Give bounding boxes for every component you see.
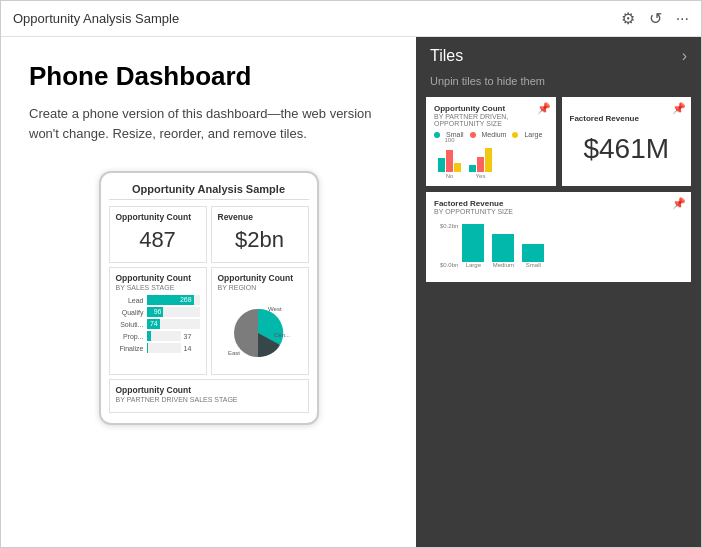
y-axis: $0.2bn $0.0bn xyxy=(440,223,458,268)
phone-region-tile[interactable]: Opportunity Count BY REGION East West xyxy=(211,267,309,375)
bar-container-finalize xyxy=(147,343,181,353)
no-bar-large xyxy=(454,163,461,172)
phone-count-label: Opportunity Count xyxy=(116,212,200,222)
bar-label-finalize: Finalize xyxy=(116,345,144,352)
page-title: Phone Dashboard xyxy=(29,61,388,92)
bar-label-proposal: Prop... xyxy=(116,333,144,340)
tiles-grid: Opportunity Count BY PARTNER DRIVEN, OPP… xyxy=(416,97,701,186)
tile-factored-size[interactable]: Factored Revenue BY OPPORTUNITY SIZE 📌 $… xyxy=(426,192,691,282)
bar-container-proposal xyxy=(147,331,181,341)
bar-small-label: Small xyxy=(526,262,541,268)
top-bar: Opportunity Analysis Sample ⚙ ↺ ··· xyxy=(1,1,701,37)
phone-count-tile[interactable]: Opportunity Count 487 xyxy=(109,206,207,263)
legend-dot-large xyxy=(512,132,518,138)
bar-axis-label-100: 100 xyxy=(444,137,454,143)
no-bar-small xyxy=(438,158,445,172)
more-icon[interactable]: ··· xyxy=(676,10,689,28)
tile-opp-title: Opportunity Count xyxy=(434,104,548,113)
tile-factored-size-sub: BY OPPORTUNITY SIZE xyxy=(434,208,683,215)
pin-icon-2[interactable]: 📌 xyxy=(672,102,686,115)
settings-icon[interactable]: ⚙ xyxy=(621,9,635,28)
tiles-arrow[interactable]: › xyxy=(682,47,687,65)
pin-icon-1[interactable]: 📌 xyxy=(537,102,551,115)
opp-bar-chart: 100 No 100 xyxy=(434,141,548,179)
pie-label-west: West xyxy=(268,306,282,312)
phone-revenue-tile[interactable]: Revenue $2bn xyxy=(211,206,309,263)
main-layout: Phone Dashboard Create a phone version o… xyxy=(1,37,701,548)
bar-large xyxy=(462,224,484,262)
phone-bottom-label: Opportunity Count xyxy=(116,385,302,395)
bar-group-large: Large xyxy=(462,224,484,268)
bar-row-solution: Soluti... 74 xyxy=(116,319,200,329)
bar-fill-lead: 268 xyxy=(147,295,194,305)
tiles-grid-2: Factored Revenue BY OPPORTUNITY SIZE 📌 $… xyxy=(416,186,701,282)
bar-group-no: 100 No xyxy=(438,137,461,179)
bar-row-lead: Lead 268 xyxy=(116,295,200,305)
yes-bar-medium xyxy=(477,157,484,172)
bar-label-solution: Soluti... xyxy=(116,321,144,328)
tile-opp-count-partner[interactable]: Opportunity Count BY PARTNER DRIVEN, OPP… xyxy=(426,97,556,186)
bar-container-qualify: 96 xyxy=(147,307,200,317)
bar-value-solution: 74 xyxy=(150,320,158,327)
phone-region-sub: BY REGION xyxy=(218,284,302,291)
phone-mockup: Opportunity Analysis Sample Opportunity … xyxy=(99,171,319,425)
phone-revenue-label: Revenue xyxy=(218,212,302,222)
bar-value-lead: 268 xyxy=(180,296,192,303)
left-panel: Phone Dashboard Create a phone version o… xyxy=(1,37,416,548)
no-label: No xyxy=(446,173,454,179)
bar-value-proposal: 37 xyxy=(184,333,200,340)
pie-chart: East West Cen... xyxy=(218,295,298,365)
pie-label-east: East xyxy=(228,350,240,356)
phone-bar-label: Opportunity Count xyxy=(116,273,200,283)
bar-medium xyxy=(492,234,514,262)
y-label-bottom: $0.0bn xyxy=(440,262,458,268)
no-bar-medium xyxy=(446,150,453,172)
yes-bar-small xyxy=(469,165,476,172)
phone-bar-tile[interactable]: Opportunity Count BY SALES STAGE Lead 26… xyxy=(109,267,207,375)
bar-medium-label: Medium xyxy=(493,262,514,268)
tiles-title: Tiles xyxy=(430,47,463,65)
phone-bar-sub: BY SALES STAGE xyxy=(116,284,200,291)
bar-row-proposal: Prop... 37 xyxy=(116,331,200,341)
pin-icon-3[interactable]: 📌 xyxy=(672,197,686,210)
phone-middle-row: Opportunity Count BY SALES STAGE Lead 26… xyxy=(109,267,309,375)
bar-fill-qualify: 96 xyxy=(147,307,164,317)
bar-row-qualify: Qualify 96 xyxy=(116,307,200,317)
pie-label-cen: Cen... xyxy=(274,332,290,338)
undo-icon[interactable]: ↺ xyxy=(649,9,662,28)
phone-revenue-value: $2bn xyxy=(218,223,302,257)
tile-factored-value: $461M xyxy=(570,123,684,169)
phone-region-label: Opportunity Count xyxy=(218,273,302,283)
bar-fill-finalize xyxy=(147,343,149,353)
bar-row-finalize: Finalize 14 xyxy=(116,343,200,353)
yes-bar-large xyxy=(485,148,492,172)
bar-fill-solution: 74 xyxy=(147,319,160,329)
bar-large-label: Large xyxy=(466,262,481,268)
phone-bottom-tile[interactable]: Opportunity Count BY PARTNER DRIVEN SALE… xyxy=(109,379,309,413)
bar-group-yes: 100 Yes xyxy=(469,137,492,179)
phone-top-row: Opportunity Count 487 Revenue $2bn xyxy=(109,206,309,263)
bar-label-qualify: Qualify xyxy=(116,309,144,316)
factored-size-chart: $0.2bn $0.0bn Large Medium xyxy=(434,219,683,268)
bar-value-finalize: 14 xyxy=(184,345,200,352)
bar-yes-bars xyxy=(469,144,492,172)
factored-bars: Large Medium Small xyxy=(462,223,677,268)
top-bar-title: Opportunity Analysis Sample xyxy=(13,11,179,26)
bar-label-lead: Lead xyxy=(116,297,144,304)
tile-factored-title: Factored Revenue xyxy=(570,114,684,123)
phone-bars: Lead 268 Qualify xyxy=(116,295,200,353)
tile-factored-revenue[interactable]: Factored Revenue 📌 $461M xyxy=(562,97,692,186)
bar-container-lead: 268 xyxy=(147,295,200,305)
phone-dashboard-title: Opportunity Analysis Sample xyxy=(109,183,309,200)
bar-container-solution: 74 xyxy=(147,319,200,329)
legend-label-large: Large xyxy=(524,131,542,138)
top-bar-icons: ⚙ ↺ ··· xyxy=(621,9,689,28)
bar-fill-proposal xyxy=(147,331,151,341)
page-description: Create a phone version of this dashboard… xyxy=(29,104,388,143)
tiles-header: Tiles › xyxy=(416,37,701,75)
bar-value-qualify: 96 xyxy=(154,308,162,315)
tile-factored-size-title: Factored Revenue xyxy=(434,199,683,208)
tile-opp-sub: BY PARTNER DRIVEN, OPPORTUNITY SIZE xyxy=(434,113,548,127)
y-label-top: $0.2bn xyxy=(440,223,458,229)
yes-label: Yes xyxy=(476,173,486,179)
